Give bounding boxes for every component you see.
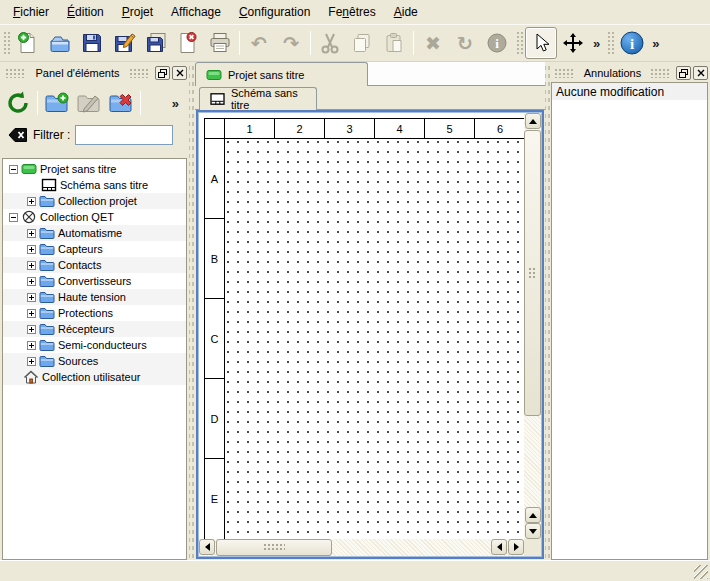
tree-item-capteurs[interactable]: Capteurs <box>3 241 186 257</box>
float-panel-button[interactable] <box>155 66 170 80</box>
close-panel-button[interactable] <box>693 66 708 80</box>
collapse-expander-icon[interactable] <box>9 213 18 222</box>
tree-item-contacts[interactable]: Contacts <box>3 257 186 273</box>
expand-expander-icon[interactable] <box>27 309 36 318</box>
menu-projet[interactable]: Projet <box>113 1 162 23</box>
tree-item-convertisseurs[interactable]: Convertisseurs <box>3 273 186 289</box>
tree-item-schema[interactable]: Schéma sans titre <box>3 177 186 193</box>
toolbar-overflow-button[interactable]: » <box>648 36 663 51</box>
diagram-viewport[interactable]: 1 2 3 4 5 6 A B C D E <box>199 113 524 539</box>
expand-expander-icon[interactable] <box>27 325 36 334</box>
save-all-button[interactable] <box>140 27 172 59</box>
float-panel-button[interactable] <box>676 66 691 80</box>
diagram-view[interactable]: 1 2 3 4 5 6 A B C D E <box>196 110 544 559</box>
expand-expander-icon[interactable] <box>27 197 36 206</box>
tree-item-collection-qet[interactable]: Collection QET <box>3 209 186 225</box>
panel-toolbar-overflow-button[interactable]: » <box>168 96 183 111</box>
arrow-up-icon <box>529 119 537 124</box>
expand-expander-icon[interactable] <box>27 277 36 286</box>
tree-item-automatisme[interactable]: Automatisme <box>3 225 186 241</box>
collapse-expander-icon[interactable] <box>9 165 18 174</box>
vertical-scrollbar[interactable] <box>524 113 541 539</box>
toolbar-overflow-button[interactable]: » <box>589 36 604 51</box>
filter-row: Filtrer : <box>2 122 187 148</box>
thumb-grip <box>263 543 285 552</box>
scroll-right-button[interactable] <box>508 539 524 555</box>
delete-button[interactable]: ✖ <box>417 27 449 59</box>
new-project-button[interactable] <box>12 27 44 59</box>
main-toolbar: ↶ ↷ ✖ ↻ i » i » <box>0 24 710 62</box>
menu-aide[interactable]: Aide <box>385 1 427 23</box>
undo-list-item[interactable]: Aucune modification <box>552 83 707 100</box>
scroll-down-button[interactable] <box>525 523 541 539</box>
column-header: 2 <box>275 119 325 138</box>
close-panel-button[interactable] <box>172 66 187 80</box>
close-project-button[interactable] <box>172 27 204 59</box>
elements-panel-title: Panel d'éléments <box>29 67 125 79</box>
close-file-icon <box>176 31 200 55</box>
delete-category-button[interactable] <box>105 87 137 119</box>
open-project-button[interactable] <box>44 27 76 59</box>
toolbar-drag-handle[interactable] <box>515 30 523 56</box>
undo-button[interactable]: ↶ <box>243 27 275 59</box>
expand-expander-icon[interactable] <box>27 245 36 254</box>
scroll-up-button-2[interactable] <box>525 507 541 523</box>
scroll-left-button-2[interactable] <box>491 539 507 555</box>
toolbar-separator <box>140 91 141 115</box>
clear-filter-icon[interactable] <box>8 127 28 143</box>
new-category-button[interactable] <box>41 87 73 119</box>
expand-expander-icon[interactable] <box>27 357 36 366</box>
menu-fichier[interactable]: Fichier <box>4 1 58 23</box>
copy-button[interactable] <box>346 27 378 59</box>
tree-item-haute-tension[interactable]: Haute tension <box>3 289 186 305</box>
info-gray-icon: i <box>486 32 508 54</box>
menu-affichage[interactable]: Affichage <box>162 1 230 23</box>
menu-configuration[interactable]: Configuration <box>230 1 319 23</box>
select-mode-button[interactable] <box>525 27 557 59</box>
save-button[interactable] <box>76 27 108 59</box>
element-info-button[interactable]: i <box>481 27 513 59</box>
reload-collections-button[interactable] <box>2 87 34 119</box>
tree-item-collection-projet[interactable]: Collection projet <box>3 193 186 209</box>
menu-fenetres[interactable]: Fenêtres <box>319 1 384 23</box>
horizontal-scrollbar[interactable] <box>199 539 524 556</box>
filter-input[interactable] <box>75 125 173 145</box>
toolbar-separator <box>239 31 240 55</box>
resize-grip[interactable] <box>694 565 708 579</box>
tab-projet-sans-titre[interactable]: Projet sans titre <box>195 62 368 86</box>
save-as-button[interactable] <box>108 27 140 59</box>
menu-edition[interactable]: Édition <box>58 1 113 23</box>
vertical-scroll-thumb[interactable] <box>524 130 541 416</box>
edit-category-button[interactable] <box>73 87 105 119</box>
restore-icon <box>158 69 167 78</box>
tree-item-sources[interactable]: Sources <box>3 353 186 369</box>
paste-button[interactable] <box>378 27 410 59</box>
tab-schema-sans-titre[interactable]: Schéma sans titre <box>199 87 317 110</box>
tree-item-protections[interactable]: Protections <box>3 305 186 321</box>
rotate-button[interactable]: ↻ <box>449 27 481 59</box>
tree-item-recepteurs[interactable]: Récepteurs <box>3 321 186 337</box>
cut-button[interactable] <box>314 27 346 59</box>
undo-icon: ↶ <box>251 34 267 53</box>
scroll-up-button[interactable] <box>525 113 541 129</box>
print-button[interactable] <box>204 27 236 59</box>
scroll-left-button[interactable] <box>199 539 215 555</box>
tree-item-collection-utilisateur[interactable]: Collection utilisateur <box>3 369 186 385</box>
expand-expander-icon[interactable] <box>27 261 36 270</box>
expand-expander-icon[interactable] <box>27 293 36 302</box>
expand-expander-icon[interactable] <box>27 229 36 238</box>
about-qet-button[interactable]: i <box>616 27 648 59</box>
tree-item-semi-conducteurs[interactable]: Semi-conducteurs <box>3 337 186 353</box>
redo-button[interactable]: ↷ <box>275 27 307 59</box>
tree-item-project[interactable]: Projet sans titre <box>3 161 186 177</box>
arrow-up-icon <box>529 513 537 518</box>
header-texture <box>650 68 671 78</box>
save-all-icon <box>144 31 168 55</box>
expand-expander-icon[interactable] <box>27 341 36 350</box>
column-header: 3 <box>325 119 375 138</box>
horizontal-scroll-thumb[interactable] <box>216 539 332 556</box>
elements-panel-header: Panel d'éléments <box>2 64 187 82</box>
toolbar-drag-handle[interactable] <box>2 30 10 56</box>
pan-mode-button[interactable] <box>557 27 589 59</box>
toolbar-drag-handle[interactable] <box>606 30 614 56</box>
